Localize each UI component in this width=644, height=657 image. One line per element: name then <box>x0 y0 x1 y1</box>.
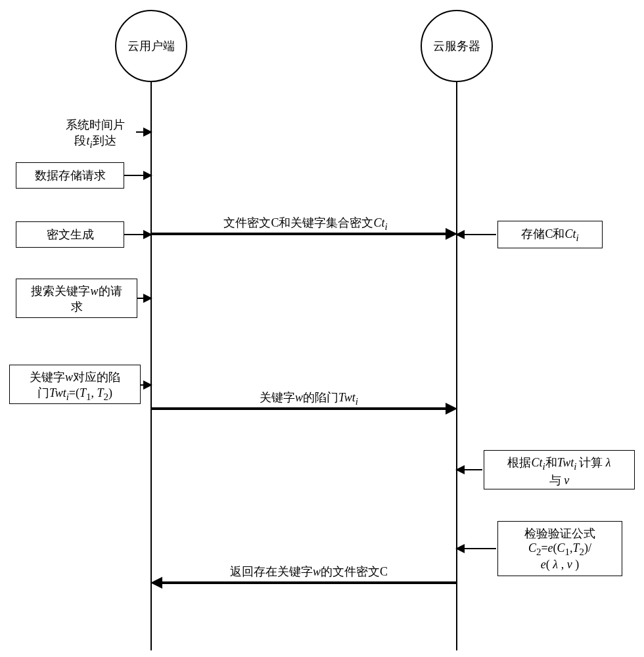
var: ν <box>564 474 569 487</box>
txt: 的陷门 <box>303 391 338 404</box>
var: C <box>528 541 536 555</box>
txt: 和 <box>545 456 557 469</box>
actor-client-label: 云用户端 <box>127 38 175 54</box>
txt: 的请 <box>99 284 122 298</box>
txt: ) <box>108 386 112 399</box>
sub: 1 <box>86 392 91 402</box>
label: 数据存储请求 <box>35 168 106 183</box>
txt: 存储C和 <box>521 227 564 240</box>
var: T <box>97 386 104 399</box>
var: Twt <box>338 391 356 404</box>
box-store-request: 数据存储请求 <box>16 162 124 189</box>
arrowhead-timeslice <box>143 127 152 137</box>
sub: i <box>576 232 578 242</box>
arrowhead-cipher-gen <box>143 230 152 239</box>
arrowhead-calc <box>455 465 465 474</box>
arrowhead-verify <box>455 544 465 553</box>
sub: i <box>384 221 387 232</box>
txt: 根据 <box>507 456 531 469</box>
msg3-arrowhead <box>150 577 162 589</box>
actor-server: 云服务器 <box>421 10 493 82</box>
timeslice-l2: 段ti到达 <box>53 133 138 150</box>
store-label: 存储C和Cti <box>521 226 578 244</box>
var: C <box>557 541 565 555</box>
var: w <box>65 371 73 384</box>
txt: 计算 <box>579 456 603 469</box>
txt: , <box>558 558 567 571</box>
msg3-label: 返回存在关键字w的文件密文C <box>210 564 407 579</box>
verify-l2: C2=e(C1,T2)/ <box>505 541 615 558</box>
trapdoor-l1: 关键字w对应的陷 <box>16 369 133 385</box>
txt: 返回存在关键字 <box>230 565 313 578</box>
var: λ <box>606 456 611 469</box>
verify-l3: e( λ , ν ) <box>505 558 615 572</box>
txt: 与 <box>549 474 561 487</box>
box-cipher-gen: 密文生成 <box>16 221 124 248</box>
search-l2: 求 <box>23 299 130 315</box>
var: e <box>541 558 546 571</box>
msg2-arrow <box>152 407 449 410</box>
txt: )/ <box>584 541 591 555</box>
txt: 门 <box>37 386 49 399</box>
var: T <box>573 541 580 555</box>
msg1-arrowhead <box>446 228 457 240</box>
timeslice-l1: 系统时间片 <box>53 117 138 133</box>
box-store-cipher: 存储C和Cti <box>497 221 603 248</box>
arrowhead-store-req <box>143 171 152 180</box>
msg1-arrow <box>152 233 449 235</box>
msg2-label: 关键字w的陷门Twti <box>237 390 381 407</box>
var: e <box>548 541 553 555</box>
sub: 1 <box>565 547 570 557</box>
timeslice-note: 系统时间片 段ti到达 <box>53 117 138 150</box>
search-l1: 搜索关键字w的请 <box>23 283 130 299</box>
lifeline-client <box>150 82 152 650</box>
sub: 2 <box>580 547 585 557</box>
calc-l2: 与 ν <box>491 472 628 488</box>
sub: i <box>356 396 358 407</box>
lifeline-server <box>456 82 457 650</box>
msg2-arrowhead <box>446 403 457 415</box>
var: Ct <box>531 456 542 469</box>
var: λ <box>553 558 558 571</box>
txt: ( <box>546 558 553 571</box>
msg1-label: 文件密文C和关键字集合密文Cti <box>191 215 421 233</box>
txt: 对应的陷 <box>73 371 120 384</box>
var: Twt <box>49 386 66 399</box>
box-calc: 根据Cti和Twti 计算 λ 与 ν <box>484 450 635 489</box>
var: ν <box>567 558 572 571</box>
var: w <box>313 565 321 578</box>
var: w <box>295 391 303 404</box>
var: w <box>90 284 98 298</box>
txt: ) <box>572 558 580 571</box>
var: T <box>80 386 86 399</box>
txt: 文件密文C和关键字集合密文 <box>223 216 373 229</box>
txt: 搜索关键字 <box>31 284 90 298</box>
sub: 2 <box>104 392 109 402</box>
actor-client: 云用户端 <box>115 10 187 82</box>
box-verify: 检验验证公式 C2=e(C1,T2)/ e( λ , ν ) <box>497 521 622 576</box>
txt: 关键字 <box>30 371 65 384</box>
box-search-req: 搜索关键字w的请 求 <box>16 279 137 318</box>
txt: 段 <box>74 134 86 147</box>
var: Twt <box>557 456 574 469</box>
txt: , <box>91 386 97 399</box>
txt: 到达 <box>93 134 116 147</box>
trapdoor-l2: 门Twti=(T1, T2) <box>16 385 133 403</box>
txt: = <box>541 541 547 555</box>
txt: =( <box>69 386 80 399</box>
arrowhead-trapdoor <box>143 380 152 390</box>
txt: 的文件密文C <box>321 565 388 578</box>
arrowhead-search-req <box>143 294 152 303</box>
label: 密文生成 <box>47 227 94 242</box>
msg3-arrow <box>159 581 456 584</box>
actor-server-label: 云服务器 <box>433 38 480 54</box>
verify-l1: 检验验证公式 <box>505 526 615 541</box>
box-trapdoor: 关键字w对应的陷 门Twti=(T1, T2) <box>9 365 141 404</box>
calc-l1: 根据Cti和Twti 计算 λ <box>491 455 628 472</box>
txt: 关键字 <box>260 391 295 404</box>
var: Ct <box>373 216 384 229</box>
var: Ct <box>564 227 576 240</box>
